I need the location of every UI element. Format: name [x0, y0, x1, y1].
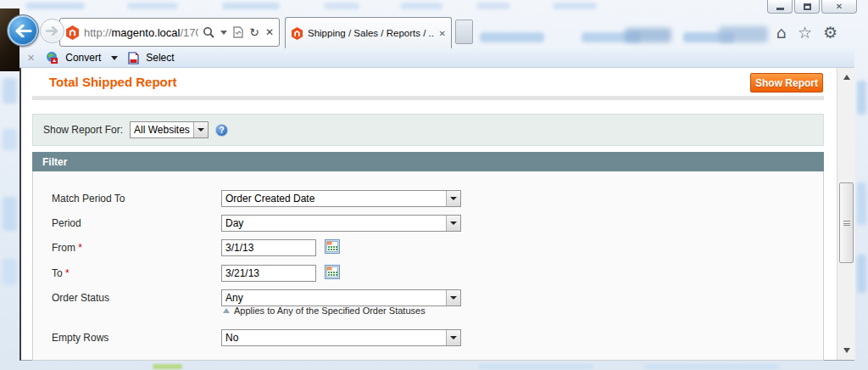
to-calendar-button[interactable]: [325, 265, 340, 279]
scope-label: Show Report For:: [43, 124, 123, 136]
home-icon[interactable]: ⌂: [776, 25, 787, 41]
vertical-scrollbar[interactable]: [837, 68, 855, 360]
tools-gear-icon[interactable]: ⚙: [823, 25, 837, 41]
url-prefix: http://: [84, 26, 112, 39]
convert-icon: [45, 51, 58, 64]
page-title: Total Shipped Report: [49, 75, 177, 89]
chevron-down-icon: [450, 296, 457, 300]
scrollbar-up-button[interactable]: [839, 70, 854, 84]
glass-reflection: [3, 259, 17, 284]
help-icon[interactable]: ?: [215, 124, 228, 137]
empty-rows-value: No: [222, 332, 446, 344]
new-tab-button[interactable]: [455, 20, 473, 44]
from-calendar-button[interactable]: [325, 239, 340, 254]
restore-button[interactable]: [794, 0, 820, 14]
scrollbar-thumb[interactable]: [839, 182, 854, 263]
convert-button[interactable]: Convert: [65, 52, 101, 64]
filter-form: Match Period To Order Created Date Perio…: [32, 171, 824, 361]
select-arrow-button: [446, 191, 460, 206]
glass-reflection: [857, 81, 866, 115]
back-arrow-icon: [14, 25, 32, 37]
url-host: magento.local: [112, 26, 181, 39]
glass-reflection: [553, 3, 597, 9]
url-text[interactable]: http://magento.local/1702: [84, 26, 198, 39]
required-asterisk: *: [65, 267, 70, 279]
scope-select-value: All Websites: [131, 124, 193, 136]
chevron-down-icon: [450, 336, 457, 339]
order-status-select[interactable]: Any: [221, 289, 461, 306]
glass-reflection: [25, 3, 85, 9]
compatibility-view-icon[interactable]: [233, 26, 243, 38]
select-icon: [128, 52, 139, 64]
scroll-down-icon: [843, 348, 850, 353]
select-arrow-button: [446, 216, 460, 231]
address-bar[interactable]: http://magento.local/1702 ↻ ✕: [59, 18, 280, 47]
magento-tab-icon: [291, 27, 303, 40]
field-label-from: From *: [52, 242, 82, 254]
address-dropdown-icon[interactable]: [220, 31, 227, 35]
scroll-up-icon: [843, 75, 850, 80]
browser-tab[interactable]: Shipping / Sales / Reports / ... ✕: [285, 17, 452, 48]
stop-icon[interactable]: ✕: [265, 27, 274, 37]
calendar-icon: [325, 265, 340, 279]
close-window-button[interactable]: ✕: [821, 0, 857, 14]
glass-reflection: [153, 364, 182, 369]
field-label-to: To *: [52, 267, 70, 279]
glass-reflection: [400, 3, 442, 9]
refresh-icon[interactable]: ↻: [249, 26, 259, 38]
website-scope-select[interactable]: All Websites: [130, 121, 209, 138]
browser-window: ✕ http://magento.local/1702 ↻: [0, 0, 868, 370]
convert-dropdown-icon[interactable]: [111, 56, 118, 60]
close-icon: ✕: [836, 2, 843, 11]
select-button[interactable]: Select: [146, 52, 174, 64]
address-bar-icons: ↻ ✕: [203, 26, 274, 38]
from-date-input[interactable]: [221, 239, 316, 256]
glass-reflection: [3, 78, 17, 104]
glass-reflection: [625, 28, 671, 42]
scrollbar-down-button[interactable]: [839, 344, 854, 357]
filter-section-header: Filter: [32, 152, 824, 171]
scope-select-arrow: [193, 122, 208, 137]
chevron-down-icon: [450, 197, 457, 200]
to-label-text: To: [52, 267, 63, 279]
pdf-toolbar: ✕ Convert Select: [19, 48, 854, 68]
match-period-to-select[interactable]: Order Created Date: [221, 190, 461, 207]
url-path: /1702: [180, 26, 198, 39]
tab-close-icon[interactable]: ✕: [439, 29, 446, 38]
empty-rows-select[interactable]: No: [221, 329, 461, 346]
field-label-match-period-to: Match Period To: [52, 193, 125, 205]
glass-reflection: [476, 3, 510, 9]
show-report-button[interactable]: Show Report: [750, 73, 823, 92]
page-content: Total Shipped Report Show Report Show Re…: [19, 68, 854, 361]
order-status-value: Any: [222, 292, 446, 304]
scrollbar-grip-icon: [843, 221, 850, 226]
to-date-input[interactable]: [221, 265, 316, 282]
search-icon[interactable]: [203, 26, 214, 38]
chevron-down-icon: [450, 221, 457, 225]
calendar-icon: [325, 239, 340, 254]
help-glyph: ?: [219, 126, 224, 135]
back-button[interactable]: [7, 14, 39, 47]
match-period-to-value: Order Created Date: [222, 193, 446, 205]
note-text: Applies to Any of the Specified Order St…: [234, 306, 426, 316]
from-label-text: From: [52, 242, 75, 254]
glass-reflection: [127, 3, 178, 9]
period-select[interactable]: Day: [221, 215, 461, 232]
toolbar-close-icon[interactable]: ✕: [27, 53, 35, 64]
select-arrow-button: [446, 290, 460, 306]
forward-arrow-icon: [46, 26, 58, 36]
title-divider: [32, 96, 824, 100]
period-value: Day: [222, 217, 446, 229]
glass-reflection: [719, 26, 768, 42]
glass-reflection: [324, 3, 359, 9]
scope-bar: Show Report For: All Websites ?: [32, 114, 824, 146]
select-arrow-button: [446, 330, 460, 345]
field-label-empty-rows: Empty Rows: [52, 332, 108, 344]
tab-title: Shipping / Sales / Reports / ...: [308, 28, 435, 38]
favorites-star-icon[interactable]: ☆: [798, 25, 812, 41]
window-controls: ✕: [765, 0, 857, 14]
frame-icons: ⌂ ☆ ⚙: [776, 25, 837, 41]
minimize-button[interactable]: [767, 0, 793, 14]
glass-reflection: [857, 182, 866, 225]
forward-button[interactable]: [40, 19, 64, 43]
